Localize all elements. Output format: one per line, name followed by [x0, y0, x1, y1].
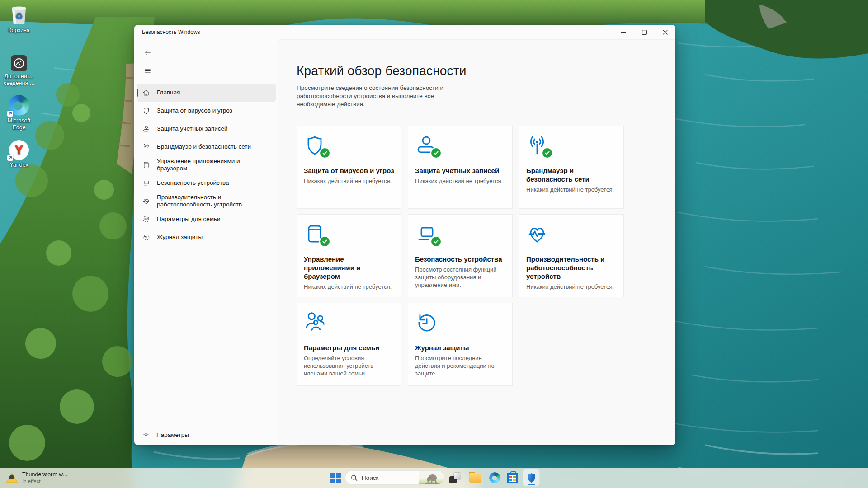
- card-virus-threat-protection[interactable]: Защита от вирусов и угроз Никаких действ…: [297, 126, 401, 209]
- page-title: Краткий обзор безопасности: [297, 64, 675, 78]
- edge-button[interactable]: [488, 468, 501, 488]
- back-button[interactable]: [140, 46, 155, 59]
- status-ok-badge: [431, 148, 441, 158]
- recycle-bin-icon: ♻: [0, 3, 38, 25]
- person-icon: [142, 125, 150, 133]
- sidebar-item-home[interactable]: Главная: [137, 84, 276, 102]
- search-icon: [351, 474, 358, 481]
- windows-security-window: Безопасность Windows Главная Защита от в…: [134, 25, 675, 445]
- app-window-icon: [142, 161, 150, 169]
- start-icon: [330, 473, 341, 483]
- card-account-protection[interactable]: Защита учетных записей Никаких действий …: [408, 126, 513, 209]
- card-family-options[interactable]: Параметры для семьи Определяйте условия …: [297, 303, 401, 386]
- sidebar-item-device-performance[interactable]: Производительность и работоспособность у…: [137, 192, 276, 210]
- security-cards-grid: Защита от вирусов и угроз Никаких действ…: [297, 126, 675, 386]
- sidebar-nav: Главная Защита от вирусов и угроз Защита…: [134, 84, 278, 246]
- desktop-icon-label-line1: Дополнит...: [5, 73, 34, 80]
- sidebar-item-protection-history[interactable]: Журнал защиты: [137, 228, 276, 246]
- card-firewall-network[interactable]: Брандмауэр и безопасность сети Никаких д…: [519, 126, 624, 209]
- yandex-icon: Y: [0, 137, 38, 160]
- desktop-icon-label-line2: Edge: [12, 124, 25, 131]
- card-protection-history[interactable]: Журнал защиты Просмотрите последние дейс…: [408, 303, 513, 386]
- sidebar-item-family-options[interactable]: Параметры для семьи: [137, 210, 276, 228]
- start-button[interactable]: [329, 468, 342, 488]
- windows-security-button-active[interactable]: [523, 469, 540, 486]
- status-ok-badge: [431, 237, 441, 246]
- card-device-performance[interactable]: Производительность и работоспособность у…: [519, 214, 624, 297]
- health-icon: [142, 197, 150, 205]
- svg-text:♻: ♻: [15, 11, 23, 21]
- store-icon: [507, 473, 518, 483]
- active-app-indicator: [528, 484, 535, 485]
- history-icon: [415, 311, 438, 334]
- network-icon: [142, 143, 150, 151]
- file-explorer-icon: [469, 473, 481, 483]
- close-button[interactable]: [655, 25, 675, 39]
- desktop-icon-label: Yandex: [0, 162, 38, 169]
- family-icon: [304, 311, 327, 334]
- shortcut-arrow-icon: [7, 111, 13, 117]
- status-ok-badge: [320, 237, 330, 246]
- elephant-daily-image: [419, 471, 444, 484]
- store-button[interactable]: [505, 468, 519, 488]
- taskbar: Thunderstorm w... In effect Поиск: [0, 468, 868, 488]
- windows-security-icon: [526, 472, 537, 484]
- search-input[interactable]: Поиск: [345, 470, 445, 485]
- sidebar-item-settings[interactable]: Параметры: [142, 431, 189, 438]
- maximize-button[interactable]: [634, 25, 655, 39]
- desktop-icon-edge[interactable]: Microsoft Edge: [0, 93, 38, 131]
- task-view-button[interactable]: [448, 468, 461, 488]
- desktop-icon-label: Корзина: [0, 27, 38, 34]
- health-icon: [526, 222, 548, 246]
- card-app-browser-control[interactable]: Управление приложениями и браузером Ника…: [297, 214, 401, 297]
- sidebar-item-virus-threat-protection[interactable]: Защита от вирусов и угроз: [137, 102, 276, 120]
- file-explorer-button[interactable]: [468, 468, 482, 488]
- image-info-icon: [0, 49, 38, 71]
- desktop-icon-yandex[interactable]: Y Yandex: [0, 137, 38, 169]
- task-view-icon: [449, 473, 461, 483]
- sidebar-item-firewall-network[interactable]: Брандмауэр и безопасность сети: [137, 138, 276, 156]
- home-icon: [142, 89, 150, 97]
- weather-alert-icon: [6, 473, 18, 483]
- desktop-icon-recycle-bin[interactable]: ♻ Корзина: [0, 3, 38, 34]
- window-title: Безопасность Windows: [134, 29, 200, 35]
- device-icon: [142, 179, 150, 187]
- sidebar-item-device-security[interactable]: Безопасность устройства: [137, 174, 276, 192]
- status-ok-badge: [320, 148, 330, 158]
- shield-icon: [142, 107, 150, 115]
- family-icon: [142, 216, 150, 223]
- page-subtitle: Просмотрите сведения о состоянии безопас…: [297, 84, 474, 108]
- history-icon: [142, 234, 150, 241]
- minimize-button[interactable]: [613, 25, 634, 39]
- alert-status: In effect: [22, 478, 67, 485]
- weather-alert-widget[interactable]: Thunderstorm w... In effect: [6, 468, 67, 488]
- card-device-security[interactable]: Безопасность устройства Просмотр состоян…: [408, 214, 513, 297]
- desktop-icon-additional-info[interactable]: Дополнит... сведения ...: [0, 49, 38, 87]
- sidebar: Главная Защита от вирусов и угроз Защита…: [134, 39, 278, 445]
- content-panel: Краткий обзор безопасности Просмотрите с…: [278, 39, 675, 445]
- status-ok-badge: [542, 148, 552, 158]
- desktop-icon-label-line2: сведения ...: [4, 80, 34, 86]
- search-placeholder: Поиск: [362, 474, 378, 481]
- sidebar-item-account-protection[interactable]: Защита учетных записей: [137, 120, 276, 138]
- title-bar: Безопасность Windows: [134, 25, 675, 39]
- edge-icon: [489, 472, 500, 483]
- sidebar-item-app-browser-control[interactable]: Управление приложениями и браузером: [137, 156, 276, 174]
- menu-button[interactable]: [140, 64, 155, 77]
- alert-title: Thunderstorm w...: [22, 471, 67, 478]
- desktop-icon-label-line1: Microsoft: [8, 117, 31, 124]
- shortcut-arrow-icon: [7, 155, 13, 161]
- edge-icon: [0, 93, 38, 116]
- gear-icon: [142, 431, 150, 438]
